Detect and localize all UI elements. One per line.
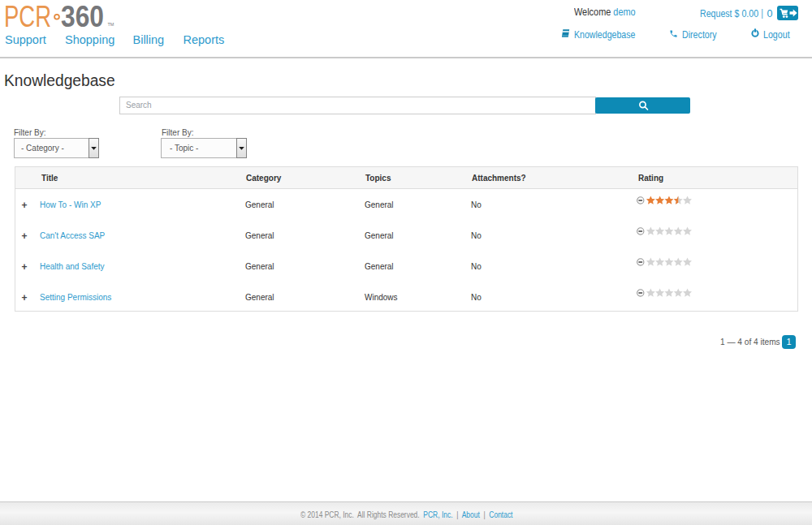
- svg-text:PCR: PCR: [4, 0, 51, 32]
- svg-text:TM: TM: [108, 22, 114, 27]
- svg-text:360: 360: [61, 0, 104, 32]
